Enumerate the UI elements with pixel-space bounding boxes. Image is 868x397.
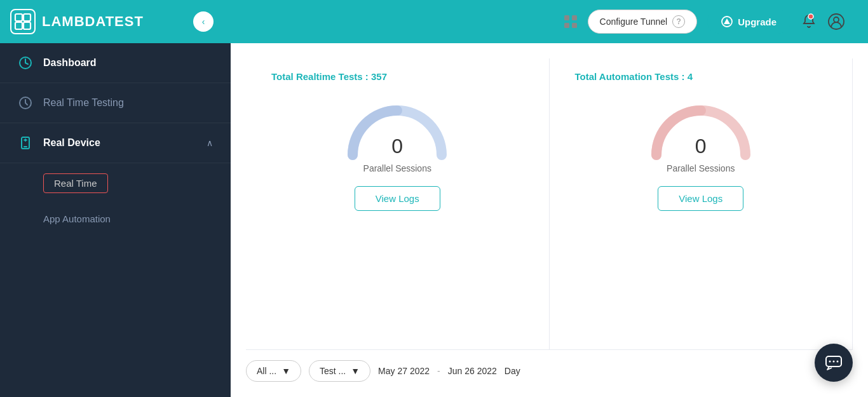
- sidebar-sub-app-automation-label: App Automation: [43, 213, 111, 224]
- grid-icon-button[interactable]: [564, 15, 578, 29]
- svg-point-19: [837, 361, 839, 363]
- svg-rect-7: [572, 23, 577, 28]
- automation-parallel-count: 0: [695, 135, 707, 158]
- sidebar-item-real-device[interactable]: Real Device ∧: [0, 123, 231, 163]
- logo-icon: [10, 9, 36, 34]
- sidebar: Dashboard Real Time Testing Real Devi: [0, 43, 231, 397]
- filter-day-label: Day: [505, 366, 520, 376]
- automation-total-value: 4: [688, 71, 693, 82]
- chevron-up-icon: ∧: [207, 138, 213, 148]
- sidebar-sub-item-real-time[interactable]: Real Time: [0, 163, 231, 203]
- filter-test-chevron: ▼: [351, 366, 360, 376]
- filter-test-label: Test ...: [320, 366, 346, 376]
- sidebar-item-dashboard-label: Dashboard: [43, 57, 97, 69]
- realtime-total-value: 357: [371, 71, 387, 82]
- automation-card-header: Total Automation Tests : 4: [575, 71, 693, 82]
- automation-stat-card: Total Automation Tests : 4 0 Parallel Se…: [550, 58, 853, 349]
- filter-date-from: May 27 2022: [378, 366, 430, 376]
- filter-test-dropdown[interactable]: Test ... ▼: [309, 360, 370, 382]
- user-profile-button[interactable]: [827, 13, 845, 30]
- dashboard-icon: [18, 56, 33, 70]
- svg-rect-2: [15, 22, 22, 29]
- upgrade-label: Upgrade: [738, 17, 776, 27]
- svg-rect-6: [564, 23, 569, 28]
- automation-total-label: Total Automation Tests :: [575, 71, 685, 82]
- filter-bar: All ... ▼ Test ... ▼ May 27 2022 - Jun 2…: [246, 349, 853, 382]
- header: LAMBDATEST ‹ Configure Tunnel ? Upgrade: [0, 0, 868, 43]
- sidebar-sub-item-app-automation[interactable]: App Automation: [0, 203, 231, 234]
- logo-area: LAMBDATEST ‹: [10, 9, 214, 34]
- sidebar-item-real-time-testing-label: Real Time Testing: [43, 97, 124, 109]
- svg-marker-9: [724, 18, 730, 24]
- filter-all-dropdown[interactable]: All ... ▼: [246, 360, 301, 382]
- realtime-gauge: 0: [340, 95, 454, 158]
- filter-all-chevron: ▼: [281, 366, 290, 376]
- svg-rect-3: [24, 22, 31, 29]
- svg-rect-0: [15, 14, 22, 21]
- automation-parallel-label: Parallel Sessions: [667, 163, 735, 173]
- realtime-total-label: Total Realtime Tests :: [271, 71, 369, 82]
- sidebar-item-dashboard[interactable]: Dashboard: [0, 43, 231, 83]
- configure-tunnel-button[interactable]: Configure Tunnel ?: [588, 10, 698, 34]
- svg-rect-5: [572, 15, 577, 20]
- main-container: Dashboard Real Time Testing Real Devi: [0, 43, 868, 397]
- svg-point-17: [829, 361, 831, 363]
- svg-point-10: [808, 14, 813, 19]
- svg-rect-1: [24, 14, 31, 21]
- logo-text: LAMBDATEST: [42, 13, 144, 30]
- svg-point-12: [834, 17, 839, 22]
- realtime-parallel-count: 0: [391, 135, 403, 158]
- device-icon: [18, 136, 33, 150]
- realtime-parallel-label: Parallel Sessions: [363, 163, 431, 173]
- realtime-card-header: Total Realtime Tests : 357: [271, 71, 387, 82]
- automation-gauge: 0: [644, 95, 758, 158]
- filter-date-to: Jun 26 2022: [448, 366, 497, 376]
- svg-point-18: [833, 361, 835, 363]
- help-icon: ?: [672, 15, 685, 28]
- filter-all-label: All ...: [257, 366, 276, 376]
- cards-row: Total Realtime Tests : 357 0 Parallel Se…: [246, 58, 853, 349]
- automation-view-logs-button[interactable]: View Logs: [658, 186, 743, 211]
- svg-rect-4: [564, 15, 569, 20]
- sidebar-collapse-button[interactable]: ‹: [193, 11, 214, 32]
- content-area: Total Realtime Tests : 357 0 Parallel Se…: [231, 43, 868, 397]
- configure-tunnel-label: Configure Tunnel: [600, 17, 668, 27]
- sidebar-item-real-device-label: Real Device: [43, 137, 100, 149]
- sidebar-item-real-time-testing[interactable]: Real Time Testing: [0, 83, 231, 123]
- realtime-view-logs-button[interactable]: View Logs: [355, 186, 440, 211]
- upgrade-button[interactable]: Upgrade: [707, 10, 790, 34]
- header-right: Configure Tunnel ? Upgrade: [564, 10, 858, 34]
- chat-bubble-button[interactable]: [815, 344, 853, 382]
- sidebar-sub-real-time-label: Real Time: [43, 173, 108, 193]
- realtime-stat-card: Total Realtime Tests : 357 0 Parallel Se…: [246, 58, 550, 349]
- filter-date-separator: -: [437, 366, 440, 376]
- notifications-button[interactable]: [801, 13, 817, 30]
- clock-icon: [18, 96, 33, 110]
